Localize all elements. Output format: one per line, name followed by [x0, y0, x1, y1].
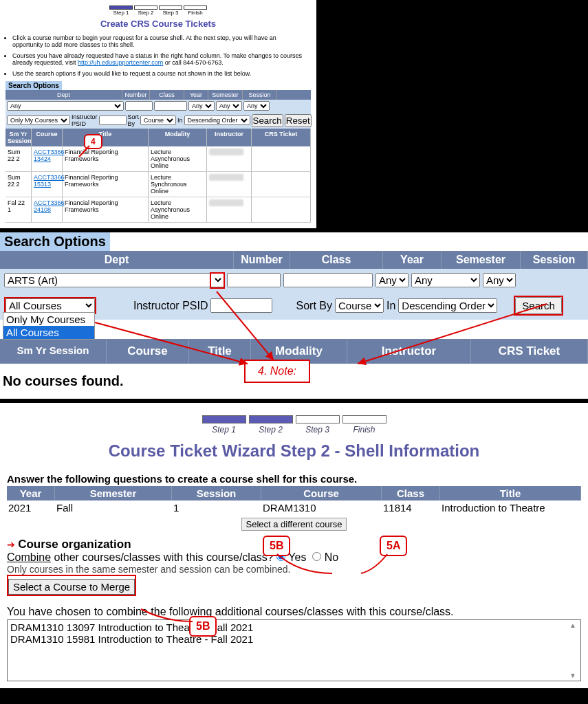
class-input[interactable] [283, 273, 373, 287]
instructor-redacted [209, 148, 243, 155]
semester-select[interactable]: Any [216, 101, 242, 111]
results-header: Sm Yr Session Course Title Modality Inst… [6, 129, 311, 146]
annotation-note: 4. Note: [244, 360, 310, 383]
reset-button[interactable]: Reset [285, 114, 312, 127]
table-row: Sum 22 2ACCT3366 13424Financial Reportin… [6, 146, 311, 172]
search-button[interactable]: Search [515, 297, 562, 314]
annotation-callout-5a: 5A [380, 536, 407, 556]
class-input[interactable] [154, 101, 187, 111]
dept-select[interactable]: ARTS (Art) [4, 273, 224, 287]
page-title: Create CRS Course Tickets [6, 19, 311, 29]
in-label: In [177, 117, 183, 124]
merge-list[interactable]: DRAM1310 13097 Introduction to Theatre -… [7, 619, 581, 681]
instructor-redacted [209, 199, 243, 206]
course-link[interactable]: ACCT3366 15313 [34, 174, 65, 188]
section-heading: Course organization [18, 538, 131, 551]
table-row: Sum 22 2ACCT3366 15313Financial Reportin… [6, 172, 311, 197]
step-label: Step 2 [138, 10, 153, 16]
annotation-highlight [210, 272, 225, 289]
progress-steps: Step 1 Step 2 Step 3 Finish [6, 6, 311, 16]
scope-select[interactable]: All Courses [6, 298, 95, 313]
arrow-icon: ➔ [7, 539, 15, 550]
combine-question: Combine other courses/classes with this … [7, 551, 581, 564]
page-title: Course Ticket Wizard Step 2 - Shell Info… [7, 441, 581, 461]
psid-label: Instructor PSID [133, 300, 208, 312]
dept-select[interactable]: Any [7, 101, 124, 111]
progress-steps: Step 1 Step 2 Step 3 Finish [7, 415, 581, 434]
search-header-row: Dept Number Class Year Semester Session [6, 90, 311, 100]
sortby-label: Sort By [296, 300, 331, 312]
step-label: Finish [188, 10, 202, 16]
year-select[interactable]: Any [375, 273, 409, 287]
support-link[interactable]: http://uh.edusupportcenter.com [78, 59, 163, 66]
session-select[interactable]: Any [483, 273, 516, 287]
select-different-course-button[interactable]: Select a different course [241, 518, 347, 531]
dropdown-option-selected[interactable]: All Courses [3, 326, 94, 339]
instructor-redacted [209, 174, 243, 181]
annotation-callout-4: 4 [84, 134, 102, 149]
course-info-header: Year Semester Session Course Class Title [7, 486, 581, 500]
list-item[interactable]: DRAM1310 13097 Introduction to Theatre -… [10, 622, 578, 633]
psid-label: Instructor PSID [72, 113, 98, 127]
year-select[interactable]: Any [188, 101, 215, 111]
table-row: Fal 22 1ACCT3366 24108Financial Reportin… [6, 197, 311, 223]
course-link[interactable]: ACCT3366 24108 [34, 199, 65, 213]
chosen-text: You have chosen to combine the following… [7, 606, 581, 618]
instruction-text: Courses you have already requested have … [12, 52, 304, 66]
step-label: Step 1 [113, 10, 129, 16]
semester-select[interactable]: Any [411, 273, 480, 287]
annotation-callout-5b: 5B [263, 536, 290, 556]
scope-dropdown-open[interactable]: Only My Courses All Courses [3, 312, 95, 340]
dropdown-option[interactable]: Only My Courses [3, 313, 94, 326]
scrollbar[interactable]: ▲▼ [569, 622, 579, 679]
hint-text: Only courses in the same semester and se… [7, 564, 581, 575]
select-course-to-merge-button[interactable]: Select a Course to Merge [8, 579, 135, 595]
psid-input[interactable] [99, 116, 127, 125]
in-label: In [386, 300, 395, 312]
instruction-text: Answer the following questions to create… [7, 473, 581, 485]
number-input[interactable] [125, 101, 153, 111]
instruction-text: Click a course number to begin your requ… [12, 34, 304, 48]
annotation-callout-5b-2: 5B [189, 616, 217, 637]
search-button[interactable]: Search [252, 114, 283, 127]
sortby-select[interactable]: Course [335, 298, 384, 313]
order-select[interactable]: Descending Order [398, 298, 497, 313]
scope-select[interactable]: Only My Courses [7, 116, 70, 125]
psid-input[interactable] [210, 298, 272, 313]
course-info-row: 2021 Fall 1 DRAM1310 11814 Introduction … [7, 500, 581, 515]
search-options-label: Search Options [0, 232, 110, 251]
search-options-label: Search Options [6, 81, 62, 90]
combine-no-radio[interactable] [312, 552, 321, 561]
course-link[interactable]: ACCT3366 13424 [34, 148, 65, 162]
session-select[interactable]: Any [243, 101, 270, 111]
sortby-select[interactable]: Course [140, 116, 176, 125]
step-label: Step 3 [162, 10, 178, 16]
order-select[interactable]: Descending Order [184, 116, 250, 125]
search-header-row: Dept Number Class Year Semester Session [0, 251, 588, 269]
number-input[interactable] [227, 273, 281, 287]
list-item[interactable]: DRAM1310 15981 Introduction to Theatre -… [10, 633, 578, 645]
instruction-text: Use the search options if you would like… [12, 70, 304, 77]
sortby-label: Sort By [128, 113, 140, 127]
